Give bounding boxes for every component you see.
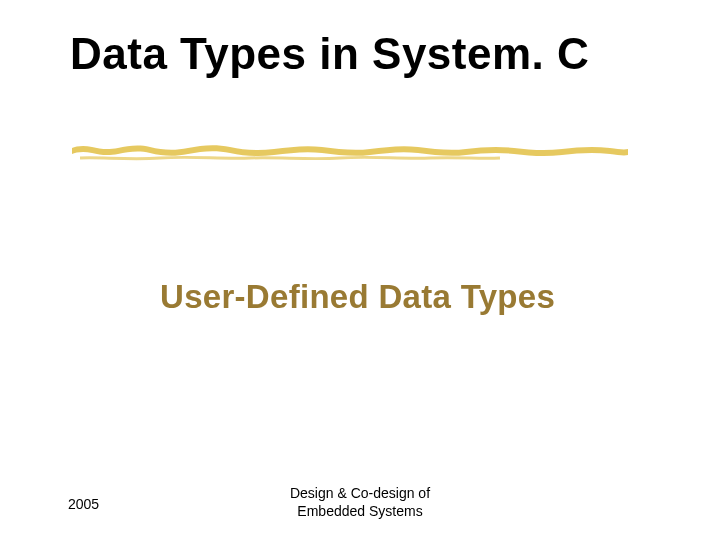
slide: Data Types in System. C User-Defined Dat… bbox=[0, 0, 720, 540]
brush-underline-icon bbox=[70, 138, 630, 164]
footer-line1: Design & Co-design of bbox=[290, 485, 430, 501]
slide-title: Data Types in System. C bbox=[70, 30, 589, 78]
slide-subtitle: User-Defined Data Types bbox=[160, 278, 555, 316]
footer-center: Design & Co-design of Embedded Systems bbox=[0, 485, 720, 520]
footer-line2: Embedded Systems bbox=[297, 503, 422, 519]
